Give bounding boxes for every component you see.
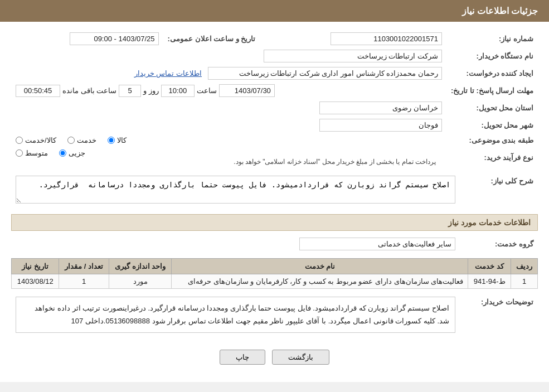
category-label: طبقه بندی موضوعی: <box>446 134 538 147</box>
city-value: فوجان <box>11 117 446 134</box>
row-city: شهر محل تحویل: فوجان <box>11 117 538 134</box>
time-label: ساعت <box>197 86 217 95</box>
deadline-label: مهلت ارسال پاسخ: تا تاریخ: <box>446 82 538 99</box>
cell-row-num: 1 <box>511 274 538 289</box>
buyer-notes-table: توضیحات خریدار: اصلاح سیستم گراند زوبارن… <box>11 294 538 341</box>
radio-jozi[interactable]: جزیی <box>59 149 85 157</box>
print-button[interactable]: چاپ <box>220 350 265 365</box>
general-desc-textarea[interactable] <box>16 176 455 204</box>
content-area: شماره نیاز: 1103001022001571 تاریخ و ساع… <box>0 22 549 382</box>
buyer-notes-box: اصلاح سیستم گراند زوبارن که قراردادمیشود… <box>16 297 455 333</box>
cell-qty: 1 <box>59 274 109 289</box>
page-header: جزئیات اطلاعات نیاز <box>0 0 549 22</box>
general-desc-label: شرح کلی نیاز: <box>460 173 538 207</box>
radio-motavasset-label: متوسط <box>25 149 48 157</box>
city-label: شهر محل تحویل: <box>446 117 538 134</box>
cell-service-name: فعالیت‌های سازمان‌های دارای عضو مربوط به… <box>172 274 468 289</box>
buyer-notes-value: اصلاح سیستم گراند زوبارن که قراردادمیشود… <box>11 294 460 341</box>
announce-value: 1403/07/25 - 09:00 <box>11 30 163 47</box>
category-radio-group: کالا/خدمت خدمت کالا <box>16 136 442 144</box>
service-group-table: گروه خدمت: سایر فعالیت‌های خدماتی <box>11 235 538 253</box>
row-service-group: گروه خدمت: سایر فعالیت‌های خدماتی <box>11 235 538 253</box>
row-buyer: نام دستگاه خریدار: شرکت ارتباطات زیرساخت <box>11 47 538 65</box>
purchase-note: پرداخت تمام یا بخشی از مبلغ خریدار محل "… <box>234 158 436 166</box>
action-buttons: بازگشت چاپ <box>11 350 538 365</box>
radio-motavasset[interactable]: متوسط <box>16 149 48 157</box>
day-label: روز و <box>143 86 159 95</box>
row-purchase-type: نوع فرآیند خرید: متوسط جزیی پرداخت ت <box>11 147 538 168</box>
row-buyer-notes: توضیحات خریدار: اصلاح سیستم گراند زوبارن… <box>11 294 538 341</box>
creator-value: رحمان محمدزاده کارشناس امور اداری شرکت ا… <box>11 65 446 82</box>
service-group-input: سایر فعالیت‌های خدماتی <box>299 238 455 250</box>
radio-khedmat-input[interactable] <box>67 137 75 144</box>
need-number-input: 1103001022001571 <box>331 32 442 45</box>
purchase-type-options: متوسط جزیی پرداخت تمام یا بخشی از مبلغ خ… <box>11 147 446 168</box>
radio-jozi-label: جزیی <box>69 149 85 157</box>
need-number-label: شماره نیاز: <box>446 30 538 47</box>
announce-input: 1403/07/25 - 09:00 <box>70 32 159 45</box>
services-section-header: اطلاعات خدمات مورد نیاز <box>11 214 538 231</box>
services-data-table: ردیف کد خدمت نام خدمت واحد اندازه گیری ت… <box>11 258 538 289</box>
row-need-number: شماره نیاز: 1103001022001571 تاریخ و ساع… <box>11 30 538 47</box>
row-province: استان محل تحویل: خراسان رضوی <box>11 99 538 117</box>
col-code: کد خدمت <box>468 259 511 274</box>
deadline-inline: 00:50:45 ساعت باقی مانده 5 روز و 10:00 س… <box>16 84 442 97</box>
desc-table: شرح کلی نیاز: <box>11 173 538 207</box>
radio-kala-khedmat-input[interactable] <box>16 137 23 144</box>
radio-khedmat-label: خدمت <box>77 136 96 144</box>
buyer-input: شرکت ارتباطات زیرساخت <box>264 50 442 62</box>
info-table-top: شماره نیاز: 1103001022001571 تاریخ و ساع… <box>11 30 538 168</box>
category-options: کالا/خدمت خدمت کالا <box>11 134 446 147</box>
row-general-desc: شرح کلی نیاز: <box>11 173 538 207</box>
service-group-value: سایر فعالیت‌های خدماتی <box>11 235 460 253</box>
province-input: خراسان رضوی <box>319 101 442 114</box>
general-desc-value <box>11 173 460 207</box>
table-row: 1 ط-94-941 فعالیت‌های سازمان‌های دارای ع… <box>12 274 538 289</box>
service-group-label: گروه خدمت: <box>460 235 538 253</box>
cell-date: 1403/08/12 <box>12 274 59 289</box>
radio-kala[interactable]: کالا <box>108 136 127 144</box>
cell-unit: مورد <box>109 274 172 289</box>
radio-kala-khedmat[interactable]: کالا/خدمت <box>16 136 56 144</box>
purchase-radio-group: متوسط جزیی <box>16 149 442 157</box>
buyer-value: شرکت ارتباطات زیرساخت <box>11 47 446 65</box>
radio-khedmat[interactable]: خدمت <box>67 136 96 144</box>
province-label: استان محل تحویل: <box>446 99 538 117</box>
services-table-body: 1 ط-94-941 فعالیت‌های سازمان‌های دارای ع… <box>12 274 538 289</box>
creator-label: ایجاد کننده درخواست: <box>446 65 538 82</box>
deadline-day-input: 5 <box>119 85 141 97</box>
col-qty: تعداد / مقدار <box>59 259 109 274</box>
radio-kala-label: کالا <box>117 136 127 144</box>
row-category: طبقه بندی موضوعی: کالا/خدمت خدمت <box>11 134 538 147</box>
services-table-header-row: ردیف کد خدمت نام خدمت واحد اندازه گیری ت… <box>12 259 538 274</box>
announce-label: تاریخ و ساعت اعلان عمومی: <box>163 30 260 47</box>
buyer-label: نام دستگاه خریدار: <box>446 47 538 65</box>
creator-input: رحمان محمدزاده کارشناس امور اداری شرکت ا… <box>208 67 442 80</box>
purchase-type-label: نوع فرآیند خرید: <box>446 147 538 168</box>
col-unit: واحد اندازه گیری <box>109 259 172 274</box>
row-deadline: مهلت ارسال پاسخ: تا تاریخ: 00:50:45 ساعت… <box>11 82 538 99</box>
remain-label: ساعت باقی مانده <box>62 86 116 95</box>
radio-kala-input[interactable] <box>108 137 115 144</box>
province-value: خراسان رضوی <box>11 99 446 117</box>
deadline-date-input: 1403/07/30 <box>219 84 275 97</box>
deadline-remain-input: 00:50:45 <box>16 85 60 97</box>
radio-motavasset-input[interactable] <box>16 149 23 157</box>
cell-code: ط-94-941 <box>468 274 511 289</box>
page-wrapper: جزئیات اطلاعات نیاز شماره نیاز: 11030010… <box>0 0 549 382</box>
radio-kala-khedmat-label: کالا/خدمت <box>25 136 56 144</box>
services-table-head: ردیف کد خدمت نام خدمت واحد اندازه گیری ت… <box>12 259 538 274</box>
col-date: تاریخ نیاز <box>12 259 59 274</box>
creator-link[interactable]: اطلاعات تماس خریدار <box>134 69 202 78</box>
deadline-row: 00:50:45 ساعت باقی مانده 5 روز و 10:00 س… <box>11 82 446 99</box>
page-title: جزئیات اطلاعات نیاز <box>462 6 538 16</box>
back-button[interactable]: بازگشت <box>272 350 329 365</box>
row-creator: ایجاد کننده درخواست: رحمان محمدزاده کارش… <box>11 65 538 82</box>
city-input: فوجان <box>319 119 442 132</box>
col-service-name: نام خدمت <box>172 259 468 274</box>
need-number-value: 1103001022001571 <box>260 30 446 47</box>
radio-jozi-input[interactable] <box>59 149 66 157</box>
buyer-notes-label: توضیحات خریدار: <box>460 294 538 341</box>
col-row: ردیف <box>511 259 538 274</box>
deadline-time-input: 10:00 <box>161 85 195 97</box>
